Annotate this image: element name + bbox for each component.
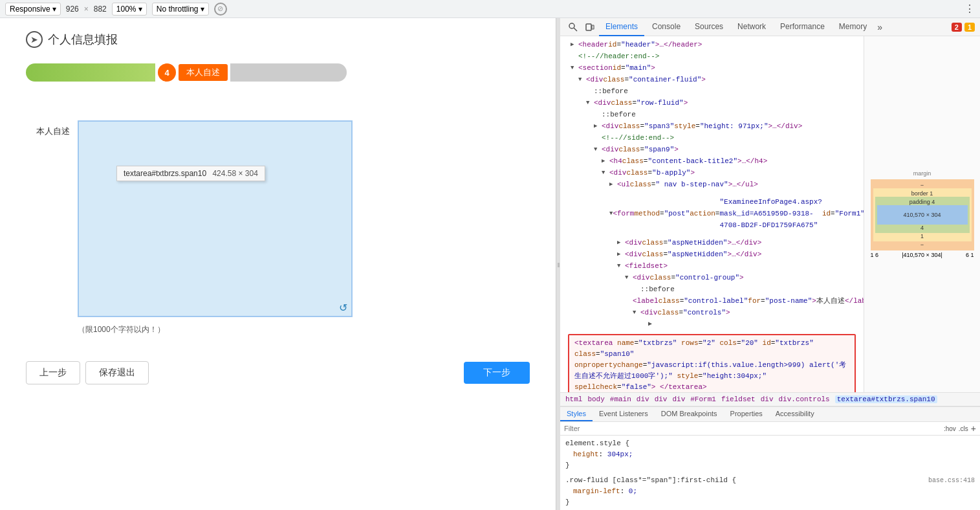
css-rule-row-fluid: .row-fluid [class*="span"]:first-child {… xyxy=(565,475,975,508)
dom-line[interactable]: <h4 class="content-back-title2">…</h4> xyxy=(560,155,864,167)
tab-accessibility[interactable]: Accessibility xyxy=(769,407,821,421)
step-gray-bar xyxy=(230,63,347,82)
tree-triangle xyxy=(578,74,586,85)
dom-line[interactable]: <ul class=" nav b-step-nav">…</ul> xyxy=(560,179,864,190)
tab-elements[interactable]: Elements xyxy=(599,18,644,36)
bc-div2[interactable]: div xyxy=(655,395,668,403)
tab-console[interactable]: Console xyxy=(646,18,687,36)
dom-line[interactable]: ::before xyxy=(560,85,864,97)
webpage-panel: ➤ 个人信息填报 4 本人自述 textarea#txtbrzs.span10 … xyxy=(0,18,556,510)
bc-controls[interactable]: div.controls xyxy=(779,395,830,403)
svg-rect-2 xyxy=(586,24,591,30)
bc-body[interactable]: body xyxy=(587,395,604,403)
dom-line[interactable]: <div class="aspNetHidden">…</div> xyxy=(560,237,864,249)
self-description-textarea[interactable] xyxy=(78,120,353,317)
back-arrow-icon[interactable]: ➤ xyxy=(26,31,43,48)
prev-button[interactable]: 上一步 xyxy=(26,361,80,384)
box-side-values: 1 6 |410,570 × 304| 6 1 xyxy=(871,252,974,258)
more-tabs-icon[interactable]: » xyxy=(875,22,885,32)
tab-memory[interactable]: Memory xyxy=(833,18,873,36)
dom-line[interactable]: <div class="span3" style="height: 971px;… xyxy=(560,120,864,132)
form-hint: （限1000个字符以内！） xyxy=(78,324,530,335)
dom-line[interactable]: ::before xyxy=(560,109,864,120)
box-model-panel: margin − border 1 padding 4 410,570 × 30… xyxy=(864,36,980,392)
textarea-edit-icon[interactable]: ↺ xyxy=(339,302,347,314)
styles-filter-input[interactable] xyxy=(564,425,941,432)
highlight-code: <textarea name="txtbrzs" rows="2" cols="… xyxy=(574,338,849,392)
button-row: 上一步 保存退出 下一步 xyxy=(26,361,530,384)
styles-body: element.style { height: 304px; } .row-fl… xyxy=(560,436,980,510)
tree-triangle xyxy=(617,249,625,260)
dom-line[interactable]: <!--//side:end--> xyxy=(560,132,864,144)
tooltip-element-name: textarea#txtbrzs.span10 xyxy=(124,169,206,178)
dom-line[interactable]: ▶ xyxy=(560,318,864,330)
tree-triangle xyxy=(571,39,578,50)
tree-triangle xyxy=(617,260,625,272)
dom-line[interactable]: <form method="post" action="ExamineeInfo… xyxy=(560,190,864,237)
dom-line[interactable]: <div class="aspNetHidden">…</div> xyxy=(560,249,864,260)
hover-toggle[interactable]: :hov xyxy=(944,425,956,432)
box-padding: padding 4 410,570 × 304 4 xyxy=(875,197,970,233)
zoom-button[interactable]: 100% ▾ xyxy=(112,3,147,16)
tab-network[interactable]: Network xyxy=(731,18,772,36)
inspect-icon[interactable] xyxy=(565,19,581,35)
bc-fieldset[interactable]: fieldset xyxy=(721,395,756,403)
tab-styles[interactable]: Styles xyxy=(560,407,593,421)
main-layout: ➤ 个人信息填报 4 本人自述 textarea#txtbrzs.span10 … xyxy=(0,18,980,510)
dom-line[interactable]: <label class="control-label" for="post-n… xyxy=(560,295,864,307)
viewport-width: 926 xyxy=(66,5,79,14)
webpage-content: ➤ 个人信息填报 4 本人自述 textarea#txtbrzs.span10 … xyxy=(0,18,556,397)
dom-line[interactable]: <!--//header:end--> xyxy=(560,50,864,62)
bc-html[interactable]: html xyxy=(565,395,582,403)
device-icon[interactable] xyxy=(582,19,598,35)
dom-line[interactable]: <div class="span9"> xyxy=(560,144,864,155)
element-tooltip: textarea#txtbrzs.span10 424.58 × 304 xyxy=(116,166,265,181)
add-style-icon[interactable]: + xyxy=(971,423,976,434)
zoom-dropdown-icon: ▾ xyxy=(138,5,142,14)
tab-performance[interactable]: Performance xyxy=(774,18,831,36)
responsive-button[interactable]: Responsive ▾ xyxy=(5,3,61,16)
dom-line[interactable]: <fieldset> xyxy=(560,260,864,272)
bc-div1[interactable]: div xyxy=(637,395,649,403)
dom-line[interactable]: <div class="b-apply"> xyxy=(560,167,864,179)
throttle-button[interactable]: No throttling ▾ xyxy=(152,3,209,16)
tab-properties[interactable]: Properties xyxy=(724,407,769,421)
dimension-separator: × xyxy=(84,5,89,14)
bc-main[interactable]: #main xyxy=(610,395,631,403)
tab-dom-breakpoints[interactable]: DOM Breakpoints xyxy=(655,407,724,421)
tab-sources[interactable]: Sources xyxy=(688,18,730,36)
dom-line[interactable]: <section id="main"> xyxy=(560,62,864,74)
step-active-label: 本人自述 xyxy=(179,64,228,81)
next-button[interactable]: 下一步 xyxy=(464,362,530,384)
save-button[interactable]: 保存退出 xyxy=(85,361,149,384)
devtools-header: Elements Console Sources Network Perform… xyxy=(560,18,980,36)
dropdown-icon: ▾ xyxy=(52,5,56,14)
styles-panel: Styles Event Listeners DOM Breakpoints P… xyxy=(560,406,980,510)
more-options-icon[interactable]: ⋮ xyxy=(964,3,975,15)
dom-line[interactable]: <header id="header">…</header> xyxy=(560,39,864,50)
dom-line[interactable]: <div class="container-fluid"> xyxy=(560,74,864,85)
tree-triangle xyxy=(571,62,578,74)
bc-div3[interactable]: div xyxy=(672,395,685,403)
bc-div4[interactable]: div xyxy=(761,395,774,403)
steps-bar: 4 本人自述 xyxy=(26,63,530,82)
highlighted-element: <textarea name="txtbrzs" rows="2" cols="… xyxy=(568,334,856,392)
class-toggle[interactable]: .cls xyxy=(959,425,968,432)
tree-triangle xyxy=(594,144,602,155)
dom-line[interactable]: ::before xyxy=(560,283,864,295)
bc-textarea[interactable]: textarea#txtbrzs.span10 xyxy=(835,395,937,403)
zoom-label: 100% xyxy=(116,5,136,14)
tree-triangle xyxy=(625,272,633,283)
tree-triangle xyxy=(617,237,625,249)
highlighted-dom-block[interactable]: <textarea name="txtbrzs" rows="2" cols="… xyxy=(560,330,864,392)
tab-event-listeners[interactable]: Event Listeners xyxy=(593,407,655,421)
tree-triangle xyxy=(609,179,617,190)
error-count: 2 xyxy=(952,23,962,32)
dom-line[interactable]: <div class="row-fluid"> xyxy=(560,97,864,109)
dom-tree[interactable]: <header id="header">…</header> <!--//hea… xyxy=(560,36,864,392)
bc-form[interactable]: #Form1 xyxy=(690,395,716,403)
tree-triangle xyxy=(586,97,594,109)
dom-line[interactable]: <div class="controls"> xyxy=(560,307,864,318)
dom-line[interactable]: <div class="control-group"> xyxy=(560,272,864,283)
disable-cache-icon[interactable]: ⊘ xyxy=(214,3,227,16)
